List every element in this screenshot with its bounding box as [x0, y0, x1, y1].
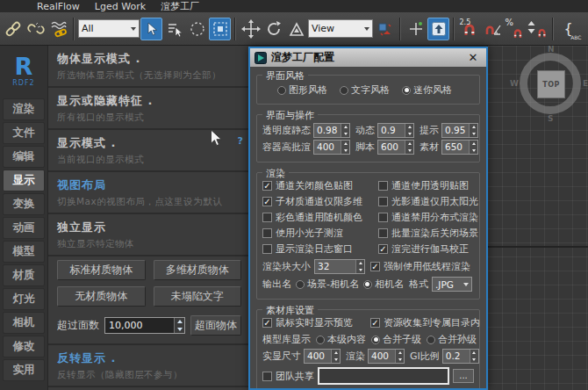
close-icon[interactable]: ✕ [464, 51, 482, 64]
select-by-name-button[interactable] [163, 18, 185, 40]
spinner-up-icon[interactable] [341, 124, 349, 131]
number-field[interactable]: 0.95 [441, 123, 478, 138]
checkbox[interactable]: 通道关闭颜色贴图 [262, 179, 378, 192]
team-share-checkbox[interactable]: 团队共享 [262, 370, 314, 383]
isolate-button[interactable]: 多维材质物体 [154, 260, 242, 280]
checkbox-icon[interactable] [378, 244, 388, 254]
model-lib-radio[interactable]: 合并孙级 [427, 333, 477, 346]
angle-snap-icon[interactable] [481, 18, 503, 40]
panel-section[interactable]: 显示或隐藏特征 . 所有视口的显示模式 [48, 88, 250, 130]
model-lib-radio[interactable]: 本级内容 [316, 333, 366, 346]
spinner-down-icon[interactable] [470, 148, 477, 155]
up-arrow-toggle-button[interactable] [427, 18, 449, 40]
percent-snap-icon[interactable]: % [504, 18, 526, 40]
over-face-objects-button[interactable]: 超面物体 [190, 315, 241, 336]
checkbox[interactable]: 鼠标实时显示预览 [262, 316, 370, 329]
checkbox[interactable]: 渲完进行伽马校正 [378, 242, 478, 256]
spinner-down-icon[interactable] [470, 357, 478, 364]
sidebar-item[interactable]: 显示 [3, 170, 45, 191]
browse-button[interactable]: ... [453, 369, 474, 383]
number-field[interactable]: 400 [368, 349, 405, 364]
spinner-arrows[interactable] [341, 124, 349, 137]
checkbox-icon[interactable] [262, 228, 272, 238]
spinner-up-icon[interactable] [341, 141, 349, 148]
isolate-button[interactable]: 标准材质物体 [57, 260, 146, 280]
spinner-down-icon[interactable] [356, 267, 364, 274]
checkbox[interactable]: 子材质通道仅限多维 [262, 195, 378, 208]
output-radio[interactable]: 场景-相机名 [296, 278, 359, 291]
low-thread-checkbox[interactable]: 强制使用低线程渲染 [370, 260, 470, 273]
named-selection-icon[interactable]: { ABC [557, 18, 579, 40]
spinner-up-icon[interactable] [396, 350, 404, 357]
unlink-selection-icon[interactable] [25, 18, 47, 40]
face-limit-field[interactable]: 10,000 [104, 317, 185, 334]
menu-item-realflow[interactable]: RealFlow [37, 1, 80, 12]
checkbox[interactable]: 彩色通道用随机颜色 [262, 211, 378, 224]
menu-item-rdfactory[interactable]: 渲梦工厂 [161, 0, 199, 13]
spinner-down-icon[interactable] [405, 131, 413, 138]
checkbox-icon[interactable] [262, 181, 272, 191]
spinner-up-icon[interactable] [175, 318, 184, 326]
spinner-down-icon[interactable] [470, 131, 477, 138]
spinner-down-icon[interactable] [332, 357, 340, 364]
spinner-arrows[interactable] [395, 350, 404, 363]
number-field[interactable]: 400 [304, 349, 341, 364]
sidebar-item[interactable]: 渲染 [3, 98, 45, 120]
spinner-down-icon[interactable] [175, 326, 184, 334]
sidebar-item[interactable]: 相机 [3, 312, 45, 334]
radio-icon[interactable] [363, 280, 372, 289]
spinner-up-icon[interactable] [405, 141, 413, 148]
sidebar-item[interactable]: 材质 [3, 264, 45, 286]
checkbox-icon[interactable] [262, 318, 272, 328]
model-lib-radio[interactable]: 合并子级 [371, 333, 421, 346]
spinner-up-icon[interactable] [470, 141, 477, 148]
checkbox-icon[interactable] [378, 228, 388, 238]
sidebar-item[interactable]: 编辑 [3, 146, 45, 168]
spinner-down-icon[interactable] [405, 148, 413, 155]
radio-icon[interactable] [277, 86, 286, 95]
radio-icon[interactable] [402, 86, 411, 95]
number-field[interactable]: 0.98 [313, 123, 350, 138]
format-dropdown[interactable]: .JPG [432, 277, 472, 292]
rotate-button[interactable] [262, 18, 284, 40]
spinner-down-icon[interactable] [341, 131, 349, 138]
number-field[interactable]: 650 [441, 140, 478, 155]
radio-icon[interactable] [340, 86, 348, 95]
number-field[interactable]: 400 [313, 140, 350, 155]
sidebar-item[interactable]: 修改 [3, 336, 45, 358]
sidebar-item[interactable]: 模型 [3, 241, 45, 263]
checkbox-icon[interactable] [378, 197, 388, 206]
spinner-snap-icon[interactable] [527, 18, 549, 40]
radio-icon[interactable] [427, 336, 435, 344]
radio-icon[interactable] [296, 280, 305, 289]
spinner-arrows[interactable] [469, 124, 477, 137]
spinner-arrows[interactable] [355, 260, 364, 273]
style-radio[interactable]: 迷你风格 [402, 83, 452, 97]
checkbox[interactable]: 光影通道仅用太阳光 [378, 195, 478, 208]
checkbox[interactable]: 使用小光子测渲 [262, 227, 378, 240]
spinner-up-icon[interactable] [470, 124, 477, 131]
spinner-arrows[interactable] [469, 141, 477, 154]
selection-region-icon[interactable] [186, 18, 208, 40]
spinner-arrows[interactable] [331, 350, 340, 363]
checkbox-icon[interactable] [262, 244, 272, 254]
coordinate-system-dropdown[interactable]: View [308, 19, 373, 38]
checkbox-icon[interactable] [370, 262, 380, 271]
sidebar-item[interactable]: 文件 [3, 122, 45, 144]
checkbox[interactable]: 资源收集到专属目录内 [370, 316, 480, 329]
sidebar-item[interactable]: 灯光 [3, 288, 45, 310]
spinner-down-icon[interactable] [396, 357, 404, 364]
isolate-button[interactable]: 未塌陷文字 [154, 286, 242, 307]
menu-item-lgedwork[interactable]: Lged Work [95, 1, 146, 12]
checkbox[interactable]: 显示渲染日志窗口 [262, 242, 378, 256]
panel-section[interactable]: 独立显示 独立显示特定物体 [48, 214, 250, 256]
checkbox[interactable]: 通道禁用分布式渲染 [378, 211, 478, 224]
viewcube-top-face[interactable]: TOP [537, 70, 565, 98]
move-button[interactable] [240, 18, 262, 40]
spinner-up-icon[interactable] [470, 350, 478, 357]
sidebar-item[interactable]: 动画 [3, 217, 45, 239]
checkbox[interactable]: 批量渲染后关闭场景 [378, 227, 478, 240]
checkbox-icon[interactable] [262, 197, 272, 206]
team-share-path-input[interactable] [318, 367, 449, 385]
spinner-arrows[interactable] [470, 350, 478, 363]
